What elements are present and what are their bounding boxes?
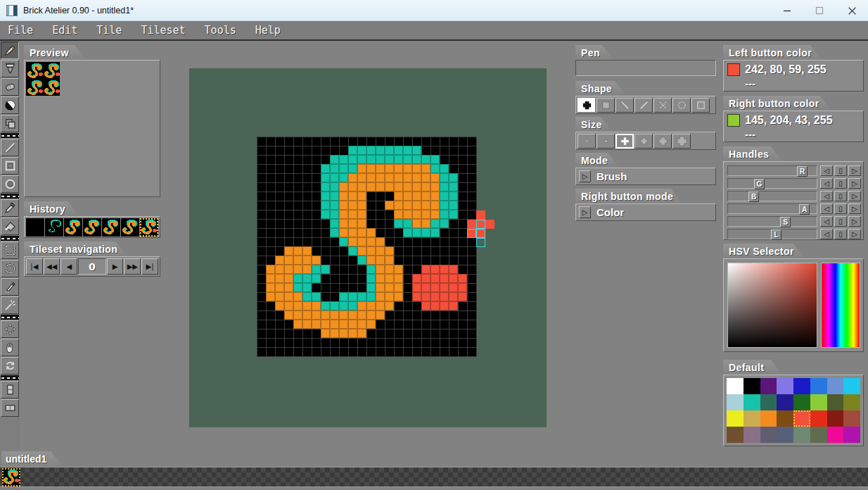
handle-l-decrement-button[interactable]: ◁ (820, 229, 833, 239)
history-thumbnail-2[interactable] (64, 218, 82, 237)
pixel-cell[interactable] (357, 173, 366, 182)
pixel-cell[interactable] (385, 182, 394, 191)
palette-swatch-9[interactable] (743, 394, 760, 410)
fill-tool[interactable] (1, 96, 19, 114)
pixel-cell[interactable] (348, 191, 357, 201)
pixel-cell[interactable] (385, 173, 394, 182)
pixel-cell[interactable] (348, 219, 357, 228)
pixel-cell[interactable] (440, 164, 449, 173)
pixel-cell[interactable] (440, 201, 449, 210)
pixel-cell[interactable] (394, 155, 403, 164)
pixel-cell[interactable] (348, 310, 357, 320)
shape-line-slash-button[interactable] (634, 98, 653, 113)
pixel-cell[interactable] (403, 164, 412, 173)
palette-swatch-27[interactable] (777, 427, 793, 443)
size-blob-4-button[interactable] (634, 134, 653, 149)
pixel-cell[interactable] (385, 201, 394, 210)
pixel-cell[interactable] (339, 329, 348, 338)
tileset-strip[interactable] (0, 467, 868, 487)
pixel-cell[interactable] (440, 265, 449, 274)
pixel-cell[interactable] (284, 310, 293, 320)
right-button-mode-arrow-icon[interactable]: ▷ (579, 206, 591, 218)
pixel-cell[interactable] (412, 164, 421, 173)
palette-swatch-11[interactable] (777, 394, 793, 410)
pixel-cell[interactable] (275, 274, 284, 283)
pixel-cell[interactable] (357, 310, 366, 320)
pixel-cell[interactable] (394, 219, 403, 228)
pixel-cell[interactable] (376, 274, 385, 283)
size-plus-button[interactable] (615, 134, 634, 149)
pixel-cell[interactable] (302, 246, 312, 256)
pixel-cell[interactable] (376, 301, 385, 310)
select-pen-tool[interactable] (1, 278, 19, 296)
select-wand-tool[interactable] (1, 296, 19, 314)
palette-swatch-28[interactable] (793, 427, 810, 443)
pixel-cell[interactable] (321, 164, 330, 173)
pixel-cell[interactable] (275, 301, 284, 310)
pixel-cell[interactable] (449, 173, 458, 182)
pixel-cell[interactable] (394, 164, 403, 173)
pixel-cell[interactable] (403, 201, 412, 210)
pixel-cell[interactable] (376, 256, 385, 265)
pixel-cell[interactable] (376, 173, 385, 182)
handle-b-increment-button[interactable]: ▷ (848, 191, 861, 201)
pixel-cell[interactable] (412, 228, 421, 237)
pixel-cell[interactable] (412, 155, 421, 164)
pixel-cell[interactable] (293, 256, 302, 265)
pixel-cell[interactable] (403, 146, 412, 155)
handle-b-decrement-button[interactable]: ◁ (820, 191, 833, 201)
pixel-cell[interactable] (421, 228, 430, 237)
palette-swatch-17[interactable] (743, 410, 760, 427)
left-button-color-swatch[interactable] (727, 63, 740, 76)
pixel-cell[interactable] (440, 219, 449, 228)
handle-slider-g[interactable]: G (727, 178, 817, 189)
pixel-cell[interactable] (330, 182, 339, 191)
pixel-cell[interactable] (284, 283, 293, 292)
pixel-cell[interactable] (266, 265, 275, 274)
pixel-cell[interactable] (449, 201, 458, 210)
pixel-cell[interactable] (421, 173, 430, 182)
size-dot-2-button[interactable] (596, 134, 615, 149)
pixel-cell[interactable] (376, 283, 385, 292)
pixel-cell[interactable] (293, 274, 302, 283)
pixel-cell[interactable] (330, 219, 339, 228)
pixel-cell[interactable] (339, 320, 348, 329)
pixel-cell[interactable] (266, 283, 275, 292)
pixel-cell[interactable] (348, 146, 357, 155)
pixel-cell[interactable] (330, 329, 339, 338)
pixel-cell[interactable] (348, 329, 357, 338)
pixel-cell[interactable] (348, 301, 357, 310)
palette-swatch-18[interactable] (760, 410, 777, 427)
pixel-cell[interactable] (421, 201, 430, 210)
pixel-cell[interactable] (339, 219, 348, 228)
pixel-cell[interactable] (312, 301, 321, 310)
shape-blob-button[interactable] (577, 98, 596, 113)
palette-swatch-26[interactable] (760, 427, 777, 443)
palette-swatch-29[interactable] (810, 427, 827, 443)
pixel-cell[interactable] (412, 182, 421, 191)
pan-tool[interactable] (1, 339, 19, 356)
canvas-background[interactable] (189, 68, 547, 427)
pixel-cell[interactable] (412, 219, 421, 228)
ellipse-tool[interactable] (1, 175, 19, 193)
pixel-cell[interactable] (376, 246, 385, 256)
pixel-cell[interactable] (385, 146, 394, 155)
pixel-cell[interactable] (421, 219, 430, 228)
pixel-cell[interactable] (293, 265, 302, 274)
palette-swatch-12[interactable] (793, 394, 810, 410)
select-rectangle-tool[interactable] (1, 241, 19, 259)
pixel-cell[interactable] (321, 265, 330, 274)
pixel-cell[interactable] (321, 191, 330, 201)
pixel-cell[interactable] (284, 301, 293, 310)
pixel-cell[interactable] (275, 256, 284, 265)
rectangle-tool[interactable] (1, 157, 19, 175)
pixel-cell[interactable] (394, 201, 403, 210)
palette-swatch-6[interactable] (827, 378, 844, 394)
pixel-cell[interactable] (339, 210, 348, 219)
select-ellipse-tool[interactable] (1, 260, 19, 277)
menu-item-tile[interactable]: Tile (90, 22, 128, 39)
pixel-cell[interactable] (330, 155, 339, 164)
handle-knob-g[interactable]: G (754, 179, 765, 189)
size-blob-6-button[interactable] (672, 134, 691, 149)
pixel-cell[interactable] (440, 191, 449, 201)
